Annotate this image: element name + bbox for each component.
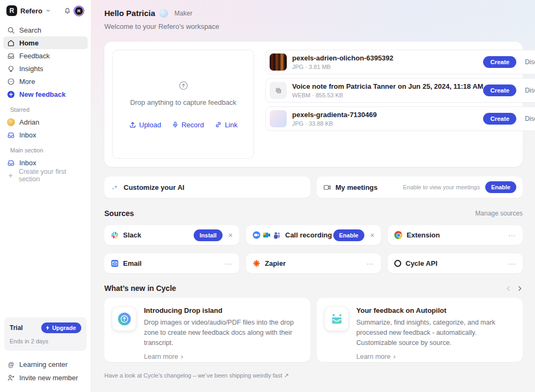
customize-ai-card[interactable]: Customize your AI bbox=[104, 176, 310, 198]
sidebar-item-inbox-main[interactable]: Inbox bbox=[3, 156, 88, 169]
wave-emoji-icon bbox=[159, 9, 168, 18]
sidebar-item-feedback[interactable]: Feedback bbox=[3, 49, 88, 62]
notifications-bell-icon[interactable] bbox=[64, 7, 71, 14]
enable-meetings-button[interactable]: Enable bbox=[485, 181, 516, 193]
role-badge: Maker bbox=[174, 10, 192, 17]
news-title: Your feedback on Autopilot bbox=[356, 306, 514, 314]
upload-icon bbox=[129, 121, 136, 128]
source-card-slack: Slack Install × bbox=[104, 225, 239, 245]
news-card-autopilot: Your feedback on Autopilot Summarize, fi… bbox=[317, 298, 523, 362]
sources-title: Sources bbox=[104, 209, 134, 218]
inbox-icon bbox=[7, 52, 15, 60]
video-camera-icon bbox=[323, 183, 331, 191]
sidebar-item-insights[interactable]: Insights bbox=[3, 62, 88, 75]
more-menu-icon[interactable]: ⋯ bbox=[508, 260, 516, 267]
learn-more-link[interactable]: Learn more › bbox=[144, 352, 302, 360]
create-button[interactable]: Create bbox=[483, 56, 516, 68]
capture-row: pexels-adrien-olichon-6395392 JPG · 3.81… bbox=[265, 50, 535, 74]
create-section-label: Create your first section bbox=[19, 168, 84, 183]
source-card-cycle-api: Cycle API ⋯ bbox=[388, 253, 523, 273]
new-feedback-button[interactable]: New feedback bbox=[3, 88, 88, 101]
sidebar-item-search[interactable]: Search bbox=[3, 24, 88, 36]
sidebar-item-label: Search bbox=[19, 26, 41, 34]
capture-title: Voice note from Patricia Tanner on Jun 2… bbox=[292, 82, 483, 90]
upload-button[interactable]: Upload bbox=[129, 121, 161, 129]
news-card-drop-island: Introducing Drop island Drop images or v… bbox=[104, 298, 310, 362]
source-label: Email bbox=[123, 259, 142, 267]
sources-grid: Slack Install × Call recording Enable × bbox=[104, 225, 523, 273]
create-section-button[interactable]: + Create your first section bbox=[3, 169, 88, 182]
upgrade-button[interactable]: Upgrade bbox=[41, 322, 81, 333]
learning-center-link[interactable]: @ Learning center bbox=[4, 358, 87, 371]
inbox-blue-icon bbox=[7, 131, 15, 139]
sidebar-item-adrian[interactable]: Adrian bbox=[3, 116, 88, 128]
more-menu-icon[interactable]: ⋯ bbox=[366, 260, 374, 267]
discard-button[interactable]: Discard bbox=[525, 115, 535, 122]
zapier-icon bbox=[253, 259, 261, 267]
sidebar-item-label: More bbox=[19, 78, 35, 86]
drop-zone-text: Drop anything to capture feedback bbox=[130, 98, 236, 106]
source-label: Call recording bbox=[285, 231, 332, 239]
autopilot-inbox-icon bbox=[324, 306, 349, 331]
source-card-email: Email ⋯ bbox=[104, 253, 239, 273]
meetings-hint-text: Enable to view your meetings bbox=[403, 184, 480, 190]
close-icon[interactable]: × bbox=[228, 232, 233, 239]
chrome-icon bbox=[394, 231, 402, 239]
my-meetings-card: My meetings Enable to view your meetings… bbox=[317, 176, 523, 198]
link-button[interactable]: Link bbox=[215, 121, 238, 129]
slack-icon bbox=[111, 231, 119, 239]
more-menu-icon[interactable]: ⋯ bbox=[508, 232, 516, 239]
manage-sources-link[interactable]: Manage sources bbox=[475, 210, 523, 217]
learn-more-link[interactable]: Learn more › bbox=[356, 352, 514, 360]
sidebar-item-label: Feedback bbox=[19, 52, 50, 60]
drop-island-card: Drop anything to capture feedback Upload… bbox=[104, 42, 523, 167]
create-button[interactable]: Create bbox=[483, 84, 516, 96]
sidebar-item-label: Inbox bbox=[19, 131, 36, 139]
enable-call-recording-button[interactable]: Enable bbox=[333, 229, 364, 241]
install-slack-button[interactable]: Install bbox=[194, 229, 223, 241]
page-subtitle: Welcome to your Refero’s workspace bbox=[104, 22, 523, 30]
user-avatar[interactable]: R bbox=[74, 6, 83, 16]
more-menu-icon[interactable]: ⋯ bbox=[225, 260, 233, 267]
google-meet-icon bbox=[263, 231, 271, 239]
zoom-app-icon bbox=[253, 231, 261, 239]
new-feedback-label: New feedback bbox=[19, 90, 66, 98]
discard-button[interactable]: Discard bbox=[525, 58, 535, 66]
news-body: Summarize, find insights, categorize, an… bbox=[356, 318, 514, 348]
news-title: Introducing Drop island bbox=[144, 306, 302, 314]
inbox-blue-icon bbox=[7, 159, 15, 167]
lightning-icon bbox=[45, 325, 50, 330]
sidebar-item-label: Insights bbox=[19, 65, 43, 73]
ms-teams-icon bbox=[273, 231, 281, 239]
close-icon[interactable]: × bbox=[370, 232, 374, 239]
doc-avatar-icon bbox=[7, 118, 15, 126]
trial-label: Trial bbox=[10, 324, 23, 332]
capture-row: pexels-gradienta-7130469 JPG · 33.88 KB … bbox=[265, 106, 535, 131]
external-link-icon: ↗ bbox=[284, 372, 289, 379]
discard-button[interactable]: Discard bbox=[525, 87, 535, 94]
record-button[interactable]: Record bbox=[172, 121, 204, 129]
invite-member-link[interactable]: Invite new member bbox=[4, 371, 87, 385]
email-icon bbox=[111, 259, 119, 267]
workspace-name: Refero bbox=[20, 7, 42, 15]
capture-row: Voice note from Patricia Tanner on Jun 2… bbox=[265, 78, 535, 103]
create-button[interactable]: Create bbox=[483, 113, 516, 125]
source-card-zapier: Zapier ⋯ bbox=[246, 253, 381, 273]
workspace-switcher[interactable]: R Refero R bbox=[0, 4, 91, 20]
sidebar-item-more[interactable]: More bbox=[3, 75, 88, 88]
news-body: Drop images or video/audio/PDF files int… bbox=[144, 318, 302, 348]
sidebar-item-home[interactable]: Home bbox=[3, 36, 88, 49]
page-title: Hello Patricia bbox=[104, 9, 155, 18]
trial-ends-text: Ends in 2 days bbox=[10, 338, 81, 344]
my-meetings-label: My meetings bbox=[335, 183, 378, 191]
sidebar: R Refero R Search Home Feedback Insights… bbox=[0, 0, 91, 392]
capture-meta: JPG · 3.81 MB bbox=[292, 64, 393, 70]
home-icon bbox=[7, 39, 15, 47]
image-thumbnail bbox=[270, 53, 287, 71]
carousel-prev-icon[interactable] bbox=[506, 286, 511, 291]
changelog-link[interactable]: Have a look at Cycle’s changelog – we’ve… bbox=[104, 372, 523, 379]
sidebar-item-inbox-starred[interactable]: Inbox bbox=[3, 128, 88, 141]
carousel-next-icon[interactable] bbox=[517, 286, 523, 291]
drop-island-icon bbox=[112, 306, 136, 331]
drop-zone[interactable]: Drop anything to capture feedback Upload… bbox=[112, 50, 254, 159]
